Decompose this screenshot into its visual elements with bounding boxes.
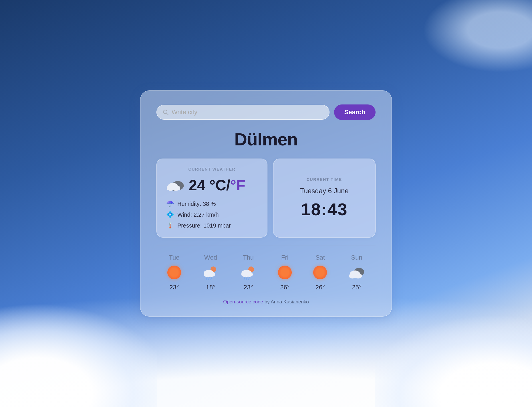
forecast-sun: Sun 25° — [349, 254, 365, 291]
forecast-thu: Thu 23° — [240, 254, 256, 291]
weather-cloud-icon — [166, 178, 184, 192]
search-icon — [162, 109, 169, 115]
sun-icon-fri — [278, 266, 292, 279]
time-panel-label: CURRENT TIME — [307, 177, 342, 182]
pressure-label: Pressure: 1019 mbar — [177, 222, 231, 229]
time-panel: CURRENT TIME Tuesday 6 June 18:43 — [273, 159, 376, 238]
open-source-link[interactable]: Open-source code — [223, 299, 263, 305]
forecast-day-tue: Tue — [169, 254, 179, 261]
forecast-day-fri: Fri — [281, 254, 289, 261]
forecast-temp-wed: 18° — [206, 284, 215, 291]
humidity-icon: ☂️ — [166, 200, 174, 208]
panels-row: CURRENT WEATHER 24 ° — [156, 159, 376, 238]
forecast-sat: Sat 26° — [313, 254, 327, 291]
wind-icon: 💠 — [166, 211, 174, 218]
weather-details: ☂️ Humidity: 38 % 💠 Wind: 2.27 km/h 🌡️ P… — [166, 200, 258, 229]
wind-label: Wind: 2.27 km/h — [177, 212, 219, 218]
forecast-day-sat: Sat — [315, 254, 325, 261]
forecast-row: Tue 23° Wed — [156, 254, 376, 291]
temp-fahrenheit: °F — [230, 177, 245, 193]
svg-line-1 — [167, 113, 168, 115]
forecast-icon-tue — [167, 265, 181, 280]
rain-cloud-icon-thu — [240, 265, 256, 280]
forecast-icon-fri — [278, 265, 292, 280]
forecast-wed: Wed 18° — [203, 254, 219, 291]
footer: Open-source code by Anna Kasianenko — [156, 299, 376, 305]
forecast-day-wed: Wed — [204, 254, 217, 261]
forecast-temp-sun: 25° — [352, 284, 361, 291]
city-name: Dülmen — [156, 129, 376, 149]
cloud-right — [375, 293, 532, 407]
forecast-day-thu: Thu — [243, 254, 254, 261]
cloud-left — [0, 278, 157, 407]
forecast-fri: Fri 26° — [278, 254, 292, 291]
temp-celsius: 24 °C — [189, 177, 226, 193]
forecast-temp-fri: 26° — [280, 284, 289, 291]
sun-icon-tue — [167, 266, 181, 279]
cloud-top-right — [375, 0, 532, 100]
night-cloud-icon — [349, 266, 365, 279]
time-date: Tuesday 6 June — [300, 187, 349, 195]
footer-suffix: by Anna Kasianenko — [263, 299, 309, 305]
pressure-row: 🌡️ Pressure: 1019 mbar — [166, 222, 258, 229]
time-clock: 18:43 — [301, 199, 348, 219]
svg-line-21 — [244, 277, 245, 280]
forecast-icon-wed — [203, 265, 219, 280]
forecast-icon-sat — [313, 265, 327, 280]
forecast-tue: Tue 23° — [167, 254, 181, 291]
svg-line-23 — [249, 277, 249, 280]
temperature-display: 24 °C/°F — [189, 177, 245, 194]
search-input-wrap — [156, 105, 329, 120]
svg-line-15 — [211, 277, 212, 280]
sun-icon-sat — [313, 266, 327, 279]
forecast-icon-thu — [240, 265, 256, 280]
forecast-temp-sat: 26° — [315, 284, 325, 291]
temperature-row: 24 °C/°F — [166, 177, 258, 194]
city-search-input[interactable] — [172, 108, 323, 116]
pressure-icon: 🌡️ — [166, 222, 174, 229]
divider — [156, 246, 376, 246]
weather-panel-label: CURRENT WEATHER — [166, 167, 258, 171]
humidity-label: Humidity: 38 % — [177, 201, 216, 207]
svg-rect-7 — [167, 187, 180, 190]
search-button[interactable]: Search — [334, 104, 376, 120]
svg-line-14 — [209, 277, 209, 280]
svg-line-22 — [246, 277, 247, 280]
weather-panel: CURRENT WEATHER 24 ° — [156, 159, 267, 238]
svg-rect-29 — [349, 274, 362, 278]
wind-row: 💠 Wind: 2.27 km/h — [166, 211, 258, 218]
rain-cloud-icon-wed — [203, 265, 219, 280]
forecast-temp-thu: 23° — [244, 284, 253, 291]
svg-line-13 — [206, 277, 207, 280]
search-row: Search — [156, 104, 376, 120]
svg-rect-20 — [241, 273, 252, 276]
svg-rect-12 — [204, 273, 215, 276]
app-card: Search Dülmen CURRENT WEATHER — [140, 90, 392, 317]
forecast-icon-sun — [349, 265, 365, 280]
forecast-day-sun: Sun — [351, 254, 362, 261]
humidity-row: ☂️ Humidity: 38 % — [166, 200, 258, 208]
forecast-temp-tue: 23° — [169, 284, 179, 291]
